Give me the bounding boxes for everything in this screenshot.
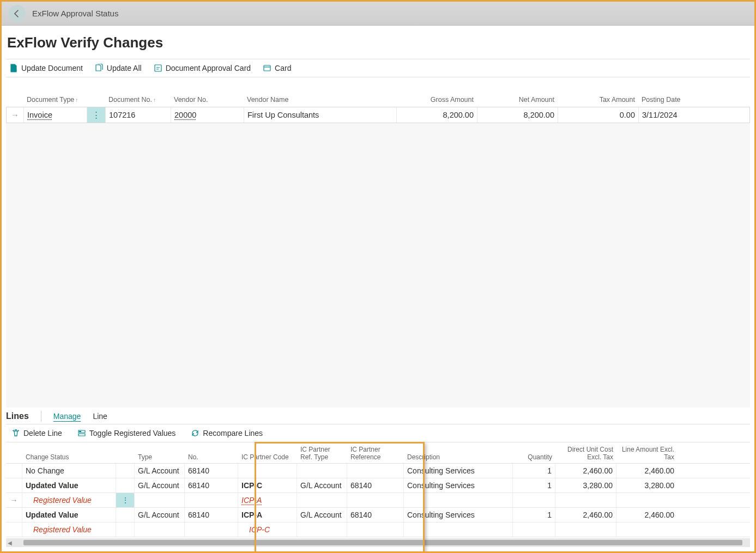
cell-ic-ref[interactable] bbox=[347, 522, 404, 537]
cell-doc-no[interactable]: 107216 bbox=[106, 107, 171, 123]
toggle-registered-button[interactable]: Toggle Registered Values bbox=[77, 429, 176, 437]
cell-ic-code[interactable]: ICP-A bbox=[238, 493, 297, 507]
lh-quantity[interactable]: Quantity bbox=[513, 442, 555, 463]
lines-row[interactable]: Registered ValueICP-C bbox=[6, 522, 750, 537]
lh-ic-ref-type[interactable]: IC Partner Ref. Type bbox=[297, 442, 347, 463]
cell-unit-cost[interactable] bbox=[555, 493, 616, 507]
cell-ic-code[interactable] bbox=[238, 464, 297, 478]
scroll-left-arrow[interactable]: ◀ bbox=[6, 540, 14, 546]
lh-ic-ref[interactable]: IC Partner Reference bbox=[347, 442, 404, 463]
lines-row[interactable]: No ChangeG/L Account68140Consulting Serv… bbox=[6, 464, 750, 478]
lh-line-amount[interactable]: Line Amount Excl. Tax bbox=[616, 442, 678, 463]
cell-ic-ref[interactable]: 68140 bbox=[347, 478, 404, 493]
lines-row[interactable]: Updated ValueG/L Account68140ICP-AG/L Ac… bbox=[6, 508, 750, 522]
cell-description[interactable] bbox=[404, 493, 513, 507]
header-posting-date[interactable]: Posting Date bbox=[638, 95, 709, 105]
cell-description[interactable]: Consulting Services bbox=[404, 464, 513, 478]
horizontal-scrollbar[interactable]: ◀ bbox=[6, 538, 750, 547]
cell-ic-code[interactable]: ICP-C bbox=[238, 522, 297, 537]
cell-ic-ref[interactable]: 68140 bbox=[347, 508, 404, 522]
cell-vendor-name[interactable]: First Up Consultants bbox=[244, 107, 397, 123]
lines-row[interactable]: →Registered Value⋮ICP-A bbox=[6, 493, 750, 508]
cell-change-status[interactable]: Registered Value bbox=[22, 493, 116, 507]
cell-vendor-no[interactable]: 20000 bbox=[171, 107, 244, 123]
cell-ic-ref-type[interactable]: G/L Account bbox=[297, 508, 347, 522]
scroll-thumb[interactable] bbox=[23, 540, 742, 545]
cell-type[interactable]: G/L Account bbox=[135, 464, 185, 478]
tab-line[interactable]: Line bbox=[93, 412, 107, 421]
cell-change-status[interactable]: No Change bbox=[22, 464, 116, 478]
header-tax[interactable]: Tax Amount bbox=[558, 95, 638, 105]
cell-description[interactable] bbox=[404, 522, 513, 537]
cell-quantity[interactable] bbox=[513, 493, 555, 507]
row-select-arrow[interactable]: → bbox=[7, 107, 24, 123]
cell-line-amount[interactable]: 3,280.00 bbox=[616, 478, 678, 493]
cell-ic-code[interactable]: ICP-A bbox=[238, 508, 297, 522]
delete-line-button[interactable]: Delete Line bbox=[11, 429, 62, 437]
header-vendor-name[interactable]: Vendor Name bbox=[244, 95, 396, 105]
cell-unit-cost[interactable]: 3,280.00 bbox=[555, 478, 616, 493]
cell-line-amount[interactable]: 2,460.00 bbox=[616, 464, 678, 478]
cell-quantity[interactable] bbox=[513, 522, 555, 537]
card-button[interactable]: Card bbox=[263, 64, 291, 72]
cell-no[interactable]: 68140 bbox=[185, 508, 238, 522]
cell-type[interactable] bbox=[135, 493, 185, 507]
cell-ic-ref-type[interactable]: G/L Account bbox=[297, 478, 347, 493]
cell-unit-cost[interactable]: 2,460.00 bbox=[555, 464, 616, 478]
header-vendor-no[interactable]: Vendor No. bbox=[171, 95, 244, 105]
approval-card-button[interactable]: Document Approval Card bbox=[154, 64, 251, 72]
cell-line-amount[interactable] bbox=[616, 493, 678, 507]
cell-no[interactable]: 68140 bbox=[185, 478, 238, 493]
row-menu-button[interactable]: ⋮ bbox=[87, 107, 106, 123]
cell-change-status[interactable]: Updated Value bbox=[22, 508, 116, 522]
breadcrumb[interactable]: ExFlow Approval Status bbox=[32, 9, 118, 18]
cell-ic-code[interactable]: ICP-C bbox=[238, 478, 297, 493]
cell-line-amount[interactable] bbox=[616, 522, 678, 537]
cell-no[interactable] bbox=[185, 522, 238, 537]
cell-no[interactable] bbox=[185, 493, 238, 507]
cell-net[interactable]: 8,200.00 bbox=[477, 107, 558, 123]
cell-type[interactable] bbox=[135, 522, 185, 537]
cell-ic-ref[interactable] bbox=[347, 493, 404, 507]
header-net[interactable]: Net Amount bbox=[477, 95, 558, 105]
back-button[interactable] bbox=[8, 5, 26, 22]
update-all-button[interactable]: Update All bbox=[95, 64, 142, 72]
cell-type[interactable]: G/L Account bbox=[135, 478, 185, 493]
lh-description[interactable]: Description bbox=[404, 442, 513, 463]
update-document-button[interactable]: Update Document bbox=[9, 64, 83, 72]
cell-description[interactable]: Consulting Services bbox=[404, 478, 513, 493]
cell-gross[interactable]: 8,200.00 bbox=[397, 107, 477, 123]
cell-no[interactable]: 68140 bbox=[185, 464, 238, 478]
cell-change-status[interactable]: Updated Value bbox=[22, 478, 116, 493]
recompare-button[interactable]: Recompare Lines bbox=[191, 429, 263, 437]
cell-description[interactable]: Consulting Services bbox=[404, 508, 513, 522]
cell-doc-type[interactable]: Invoice bbox=[24, 107, 87, 123]
lh-change-status[interactable]: Change Status bbox=[22, 442, 116, 463]
cell-tax[interactable]: 0.00 bbox=[558, 107, 639, 123]
header-gross[interactable]: Gross Amount bbox=[396, 95, 477, 105]
cell-change-status[interactable]: Registered Value bbox=[22, 522, 116, 537]
main-row[interactable]: → Invoice ⋮ 107216 20000 First Up Consul… bbox=[6, 107, 750, 123]
header-doc-no[interactable]: Document No.↑ bbox=[105, 95, 171, 105]
cell-ic-ref-type[interactable] bbox=[297, 493, 347, 507]
cell-quantity[interactable]: 1 bbox=[513, 478, 555, 493]
cell-unit-cost[interactable] bbox=[555, 522, 616, 537]
lh-unit-cost[interactable]: Direct Unit Cost Excl. Tax bbox=[555, 442, 616, 463]
tab-manage[interactable]: Manage bbox=[53, 412, 81, 421]
cell-unit-cost[interactable]: 2,460.00 bbox=[555, 508, 616, 522]
cell-ic-ref[interactable] bbox=[347, 464, 404, 478]
cell-ic-ref-type[interactable] bbox=[297, 522, 347, 537]
cell-type[interactable]: G/L Account bbox=[135, 508, 185, 522]
cell-posting-date[interactable]: 3/11/2024 bbox=[639, 107, 710, 123]
lh-ic-code[interactable]: IC Partner Code bbox=[238, 442, 297, 463]
lh-type[interactable]: Type bbox=[135, 442, 185, 463]
cell-quantity[interactable]: 1 bbox=[513, 464, 555, 478]
cell-line-amount[interactable]: 2,460.00 bbox=[616, 508, 678, 522]
lh-no[interactable]: No. bbox=[185, 442, 238, 463]
row-select-arrow[interactable]: → bbox=[6, 493, 22, 507]
lines-row[interactable]: Updated ValueG/L Account68140ICP-CG/L Ac… bbox=[6, 478, 750, 493]
header-doc-type[interactable]: Document Type↑ bbox=[23, 95, 105, 105]
row-menu-button[interactable]: ⋮ bbox=[116, 493, 135, 507]
cell-quantity[interactable]: 1 bbox=[513, 508, 555, 522]
cell-ic-ref-type[interactable] bbox=[297, 464, 347, 478]
